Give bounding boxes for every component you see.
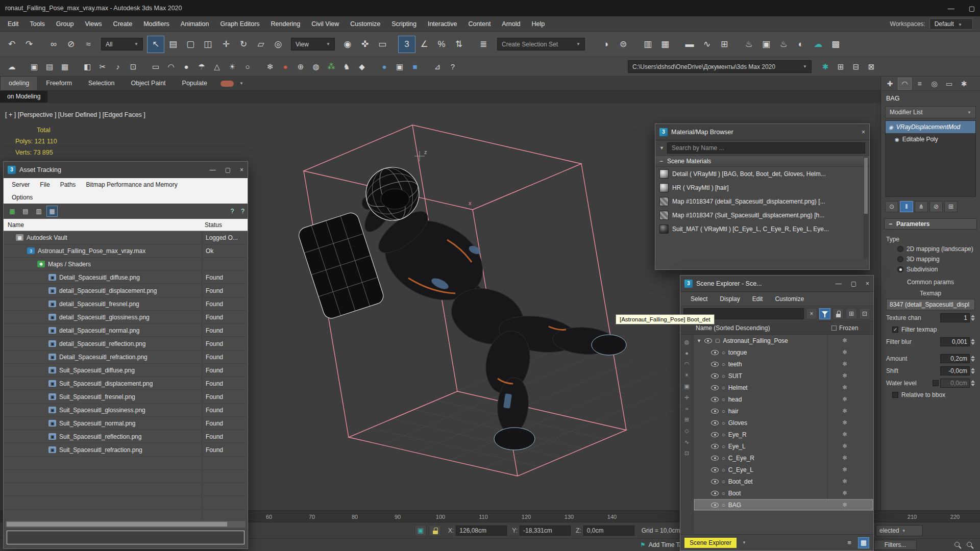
visibility-eye-icon[interactable] xyxy=(711,373,719,379)
scene-object-row[interactable]: ○ Boot ✼ xyxy=(694,487,873,499)
status-column-header[interactable]: Status xyxy=(205,221,222,229)
spinner-arrows-icon[interactable] xyxy=(971,315,975,321)
select-manipulate-icon[interactable]: ✜ xyxy=(356,36,374,53)
pick-parent-icon[interactable]: ⊞ xyxy=(846,308,857,319)
visibility-eye-icon[interactable] xyxy=(711,491,719,496)
spreadsheet-icon[interactable]: ▦ xyxy=(57,59,72,74)
open-max-app-icon[interactable]: ▩ xyxy=(827,36,844,53)
ribbon-tab[interactable]: Freeform xyxy=(38,77,80,90)
timeline-tick[interactable]: 220 xyxy=(950,514,960,520)
help-icon[interactable]: ? xyxy=(445,59,460,74)
box-primitive-icon[interactable]: ▭ xyxy=(148,59,163,74)
workspace-dropdown[interactable]: Default ▼ xyxy=(929,18,973,30)
asset-menu-item[interactable]: Bitmap Performance and Memory xyxy=(81,181,182,188)
explorer-name-field[interactable]: Scene Explorer xyxy=(684,538,737,548)
frozen-icon[interactable]: ✼ xyxy=(840,490,850,496)
modifier-editable-poly[interactable]: ◉ Editable Poly xyxy=(886,133,975,145)
menu-item[interactable]: Content xyxy=(463,16,497,32)
se-minimize-button[interactable]: — xyxy=(836,280,842,287)
ribbon-tab[interactable]: Selection xyxy=(80,77,122,90)
menu-item[interactable]: Interactive xyxy=(422,16,463,32)
mapping-type-option[interactable]: 3D mapping xyxy=(886,254,975,264)
visibility-eye-icon[interactable] xyxy=(711,362,719,367)
at-restore-button[interactable]: ▢ xyxy=(225,166,231,173)
link-icon[interactable]: ∞ xyxy=(45,36,62,53)
frozen-icon[interactable]: ✼ xyxy=(840,419,850,426)
filter-spacewarps-icon[interactable]: ≈ xyxy=(685,406,688,412)
sync-selection-icon[interactable]: ⊡ xyxy=(859,308,870,319)
make-unique-icon[interactable]: ⋔ xyxy=(915,201,928,212)
menu-item[interactable]: Arnold xyxy=(496,16,526,32)
visibility-eye-icon[interactable] xyxy=(711,432,719,437)
asset-row[interactable]: ▣ Suit_Spacesuitl_normal.png Found xyxy=(4,417,248,430)
align-icon[interactable]: ⊜ xyxy=(615,36,632,53)
filter-cameras-icon[interactable]: ▣ xyxy=(684,383,689,390)
angle-snap-icon[interactable]: ∠ xyxy=(415,36,433,53)
asset-row[interactable]: ▣ Suit_Spacesuitl_fresnel.png Found xyxy=(4,390,248,404)
globe-icon[interactable]: ◍ xyxy=(308,59,324,74)
asset-row[interactable]: ▦ Autodesk Vault Logged O... xyxy=(4,231,248,244)
visibility-eye-icon[interactable] xyxy=(711,444,719,449)
creature-icon[interactable]: ♞ xyxy=(339,59,354,74)
umbrella-icon[interactable]: ☂ xyxy=(194,59,209,74)
at-close-button[interactable]: × xyxy=(240,166,243,173)
render-production-icon[interactable]: ♨ xyxy=(775,36,792,53)
radio-icon[interactable] xyxy=(897,266,903,272)
filter-all-icon[interactable]: ◍ xyxy=(684,339,690,345)
keyboard-override-icon[interactable]: ▭ xyxy=(374,36,391,53)
visibility-eye-icon[interactable] xyxy=(711,456,719,461)
texmap-button[interactable]: 8347 (detail_Spacesuitl_displ xyxy=(886,299,975,310)
named-selection-sets-icon[interactable]: ≣ xyxy=(475,36,492,53)
asset-menu-item[interactable]: Server xyxy=(7,181,35,188)
asset-menu-item[interactable]: Paths xyxy=(55,181,81,188)
frozen-icon[interactable]: ✼ xyxy=(840,337,850,344)
sun-light-icon[interactable]: ☀ xyxy=(225,59,240,74)
bind-spacewarp-icon[interactable]: ≈ xyxy=(80,36,97,53)
filter-funnel-button[interactable] xyxy=(819,308,830,319)
menu-item[interactable]: Civil View xyxy=(306,16,345,32)
use-pivot-center-icon[interactable]: ◉ xyxy=(339,36,356,53)
menu-item[interactable]: Customize xyxy=(345,16,386,32)
asset-row[interactable]: ▣ Detail_Spacesuitl_refraction.png Found xyxy=(4,350,248,364)
menu-item[interactable]: Modifiers xyxy=(138,16,175,32)
frozen-icon[interactable]: ✼ xyxy=(840,431,850,438)
parameters-rollout-header[interactable]: − Parameters xyxy=(884,218,977,230)
asset-menu-item[interactable]: File xyxy=(35,181,55,188)
mirror-icon[interactable]: ◑ xyxy=(597,36,615,53)
explorer-grid-icon[interactable]: ▦ xyxy=(858,537,869,548)
asset-row[interactable]: ▣ Suit_Spacesuitl_reflection.png Found xyxy=(4,430,248,443)
filter-shapes-icon[interactable]: ◠ xyxy=(684,361,690,367)
scene-object-row[interactable]: ○ tongue ✼ xyxy=(694,346,873,358)
se-restore-button[interactable]: ▢ xyxy=(851,280,856,287)
asset-tracking-titlebar[interactable]: 3 Asset Tracking —▢× xyxy=(4,162,248,178)
menu-item[interactable]: Tools xyxy=(24,16,51,32)
y-coordinate-field[interactable]: -18,331cm xyxy=(520,525,571,536)
rendered-frame-icon[interactable]: ▣ xyxy=(757,36,775,53)
material-search-input[interactable]: Search by Name ... xyxy=(667,142,865,154)
menu-item[interactable]: Edit xyxy=(2,16,24,32)
asset-row[interactable]: ▣ detail_Spacesuitl_fresnel.png Found xyxy=(4,297,248,311)
project-path-dropdown[interactable]: C:\Users\dshsd\OneDrive\Документы\3ds Ma… xyxy=(628,60,812,73)
material-item[interactable]: Map #1018347 (Suit_Spacesuitl_displaceme… xyxy=(655,208,869,222)
select-by-name-icon[interactable]: ▤ xyxy=(164,36,182,53)
undo-icon[interactable]: ↶ xyxy=(3,36,20,53)
refresh-view-icon[interactable]: ▦ xyxy=(7,206,18,217)
visibility-eye-icon[interactable] xyxy=(711,479,719,484)
amount-field[interactable]: 0,2cm xyxy=(940,354,970,363)
modifier-list-dropdown[interactable]: Modifier List ▼ xyxy=(885,106,976,118)
filter-geometry-icon[interactable]: ● xyxy=(685,350,689,356)
visibility-eye-icon[interactable] xyxy=(711,409,719,414)
asset-row[interactable]: ▣ Suit_Spacesuitl_refraction.png Found xyxy=(4,443,248,457)
filters-button[interactable]: Filters... xyxy=(874,540,917,550)
select-rotate-icon[interactable]: ↻ xyxy=(235,36,252,53)
menu-item[interactable]: Create xyxy=(108,16,138,32)
rect-select-region-icon[interactable]: ▢ xyxy=(182,36,199,53)
material-browser-titlebar[interactable]: 3 Material/Map Browser × xyxy=(655,124,869,140)
asset-row[interactable]: ▣ detail_Spacesuitl_normal.png Found xyxy=(4,324,248,337)
modifier-visibility-icon[interactable]: ◉ xyxy=(889,124,893,130)
selected-filter-dropdown[interactable]: elected ▼ xyxy=(876,525,923,536)
visibility-eye-icon[interactable] xyxy=(711,503,719,508)
asset-row[interactable]: ▣ Suit_Spacesuitl_glossiness.png Found xyxy=(4,404,248,417)
scene-script-icon[interactable]: ✱ xyxy=(818,59,833,74)
menu-item[interactable]: Animation xyxy=(175,16,215,32)
